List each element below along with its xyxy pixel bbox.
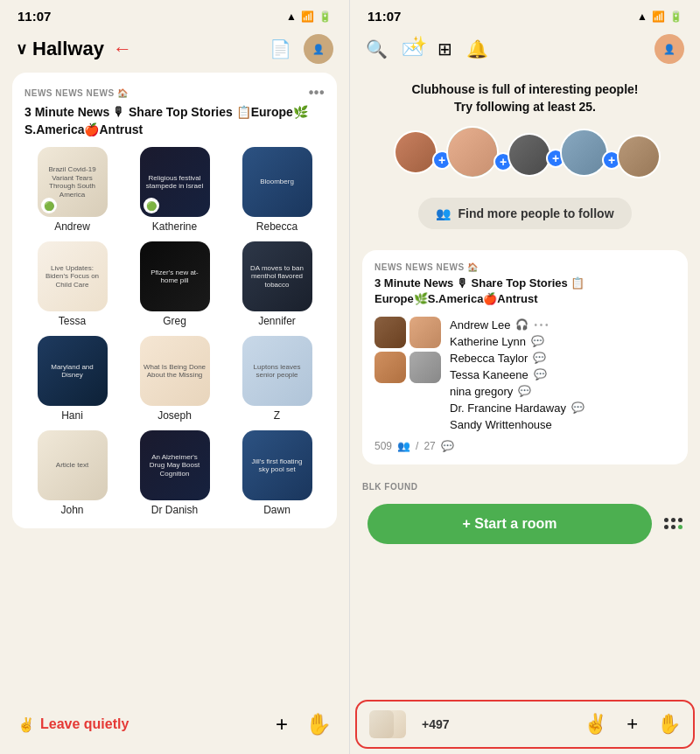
speaker-z-name: Z bbox=[274, 409, 280, 422]
bell-icon[interactable]: 🔔 bbox=[466, 38, 488, 59]
speaker-name-rebecca: Rebecca Taylor bbox=[450, 352, 528, 365]
search-icon[interactable]: 🔍 bbox=[366, 38, 388, 59]
speaker-joseph[interactable]: What Is Being Done About the Missing Jos… bbox=[127, 336, 222, 422]
speaker-dawn[interactable]: Jill's first floating sky pool set Dawn bbox=[229, 430, 325, 516]
speaker-row-katherine: Katherine Lynn 💬 bbox=[450, 333, 676, 350]
right-scroll-content: Clubhouse is full of interesting people!… bbox=[350, 73, 700, 652]
dots-grid-container[interactable] bbox=[664, 518, 682, 529]
start-room-section: + Start a room bbox=[350, 497, 700, 551]
speaker-drdanish-name: Dr Danish bbox=[151, 504, 198, 516]
room-label-text: NEWS NEWS NEWS 🏠 bbox=[24, 88, 128, 98]
status-bar-right: 11:07 ▲ 📶 🔋 bbox=[350, 0, 700, 29]
plus-icon-right[interactable]: + bbox=[626, 713, 638, 736]
peace-icon-right[interactable]: ✌️ bbox=[584, 713, 607, 736]
speaker-z[interactable]: Luptons leaves senior people Z bbox=[229, 336, 325, 422]
sm-avatar-3 bbox=[374, 352, 406, 383]
cluster-avatar-2[interactable] bbox=[446, 126, 499, 178]
status-bar-left: 11:07 ▲ 📶 🔋 bbox=[0, 0, 349, 29]
speaker-greg[interactable]: Pfizer's new at-home pill Greg bbox=[127, 241, 222, 327]
chat-katherine-icon: 💬 bbox=[531, 335, 544, 347]
battery-icon: 🔋 bbox=[318, 10, 332, 23]
speaker-name-katherine: Katherine Lynn bbox=[450, 335, 526, 348]
speaker-andrew-avatar: Brazil Covid-19 Variant Tears Through So… bbox=[38, 147, 108, 217]
hallway-label: Hallway bbox=[32, 38, 104, 60]
right-room-label: NEWS NEWS NEWS 🏠 bbox=[374, 262, 676, 272]
preview-img-1 bbox=[369, 710, 394, 738]
header-icons-left: 📄 👤 bbox=[270, 34, 333, 64]
signal-icon: ▲ bbox=[286, 10, 297, 23]
chevron-down-icon[interactable]: ∨ bbox=[16, 39, 27, 59]
wifi-icon-right: 📶 bbox=[652, 10, 665, 23]
speaker-andrew[interactable]: Brazil Covid-19 Variant Tears Through So… bbox=[24, 147, 120, 233]
speaker-katherine-badge: 🟢 bbox=[144, 198, 159, 213]
speaker-hani[interactable]: Maryland and Disney Hani bbox=[24, 336, 120, 422]
avatar-left[interactable]: 👤 bbox=[304, 34, 333, 64]
leave-quietly-label: Leave quietly bbox=[40, 716, 129, 732]
speaker-hani-name: Hani bbox=[61, 409, 83, 422]
grid-icon[interactable]: ⊞ bbox=[438, 38, 452, 59]
speaker-drdanish-avatar: An Alzheimer's Drug May Boost Cognition bbox=[140, 430, 210, 500]
document-icon[interactable]: 📄 bbox=[270, 38, 291, 59]
start-room-button[interactable]: + Start a room bbox=[368, 504, 652, 544]
speaker-name-sandy: Sandy Writtenhouse bbox=[450, 418, 552, 431]
speaker-row-tessa: Tessa Kaneene 💬 bbox=[450, 367, 676, 383]
cluster-avatar-3[interactable] bbox=[508, 133, 551, 177]
dots-grid-row1 bbox=[664, 518, 682, 522]
right-bottom-bar: +497 ✌️ + ✋ bbox=[355, 700, 695, 749]
battery-icon-right: 🔋 bbox=[669, 10, 682, 23]
time-right: 11:07 bbox=[368, 9, 401, 24]
speaker-dawn-avatar: Jill's first floating sky pool set bbox=[242, 430, 312, 500]
avatar-right[interactable]: 👤 bbox=[654, 34, 684, 64]
cluster-avatar-1[interactable] bbox=[394, 130, 438, 174]
sm-avatar-4 bbox=[410, 352, 441, 383]
wifi-icon: 📶 bbox=[301, 10, 314, 23]
cluster-avatar-4[interactable] bbox=[560, 129, 608, 177]
hand-icon-left[interactable]: ✋ bbox=[305, 712, 332, 737]
follow-text: Clubhouse is full of interesting people!… bbox=[368, 81, 682, 115]
bottom-room-section: BLK FOUND bbox=[350, 477, 700, 497]
speaker-jennifer-name: Jennifer bbox=[258, 315, 296, 327]
speaker-tessa-avatar: Live Updates: Biden's Focus on Child Car… bbox=[38, 241, 108, 311]
green-dot bbox=[678, 525, 682, 529]
listener-count: 509 bbox=[374, 440, 392, 452]
find-more-label: Find more people to follow bbox=[458, 206, 613, 220]
left-room-card[interactable]: NEWS NEWS NEWS 🏠 ••• 3 Minute News 🎙 Sha… bbox=[12, 73, 337, 528]
signal-icon-right: ▲ bbox=[637, 10, 648, 23]
chat-tessa-icon: 💬 bbox=[534, 368, 547, 380]
more-icon[interactable]: ••• bbox=[309, 85, 325, 101]
find-more-button[interactable]: 👥 Find more people to follow bbox=[418, 198, 631, 229]
right-bottom-inner: +497 ✌️ + ✋ bbox=[369, 710, 681, 738]
speaker-drdanish[interactable]: An Alzheimer's Drug May Boost Cognition … bbox=[127, 430, 222, 516]
hand-icon-right[interactable]: ✋ bbox=[657, 713, 681, 736]
speaker-row-rebecca: Rebecca Taylor 💬 bbox=[450, 350, 676, 367]
plus-icon-left[interactable]: + bbox=[276, 712, 288, 737]
speaker-tessa[interactable]: Live Updates: Biden's Focus on Child Car… bbox=[24, 241, 120, 327]
dot bbox=[671, 518, 676, 522]
start-room-label: + Start a room bbox=[462, 516, 556, 532]
avatar-right-img: 👤 bbox=[663, 44, 676, 55]
bottom-preview[interactable]: +497 bbox=[369, 710, 450, 738]
speaker-john[interactable]: Article text John bbox=[24, 430, 120, 516]
speaker-greg-name: Greg bbox=[163, 315, 186, 327]
avatars-cluster: + + + + bbox=[368, 126, 682, 187]
leave-quietly-button[interactable]: ✌️ Leave quietly bbox=[18, 716, 129, 733]
sm-avatar-2 bbox=[410, 317, 441, 348]
speaker-katherine[interactable]: Religious festival stampede in Israel 🟢 … bbox=[127, 147, 222, 233]
speaker-grid-row1: Brazil Covid-19 Variant Tears Through So… bbox=[24, 147, 325, 233]
status-icons-left: ▲ 📶 🔋 bbox=[286, 10, 332, 23]
speakers-names: Andrew Lee 🎧 • • • Katherine Lynn 💬 Rebe… bbox=[450, 317, 676, 433]
speaker-john-name: John bbox=[60, 504, 83, 516]
speaker-andrew-badge: 🟢 bbox=[41, 198, 57, 213]
envelope-icon[interactable]: ✉️✨ bbox=[402, 38, 424, 59]
right-room-title: 3 Minute News 🎙 Share Top Stories 📋Europ… bbox=[374, 276, 676, 307]
speaker-name-andrew: Andrew Lee bbox=[450, 318, 510, 332]
speaker-jennifer[interactable]: DA moves to ban menthol flavored tobacco… bbox=[229, 241, 325, 327]
speaker-name-nina: nina gregory bbox=[450, 385, 513, 398]
right-room-card[interactable]: NEWS NEWS NEWS 🏠 3 Minute News 🎙 Share T… bbox=[362, 250, 688, 464]
cluster-avatar-5[interactable] bbox=[617, 135, 661, 178]
peace-icon-left: ✌️ bbox=[18, 716, 35, 733]
comment-icon: 💬 bbox=[441, 440, 454, 452]
hallway-title-group[interactable]: ∨ Hallway ← bbox=[16, 38, 132, 60]
speaker-row-andrew: Andrew Lee 🎧 • • • bbox=[450, 317, 676, 333]
speaker-rebecca[interactable]: Bloomberg Rebecca bbox=[229, 147, 325, 233]
